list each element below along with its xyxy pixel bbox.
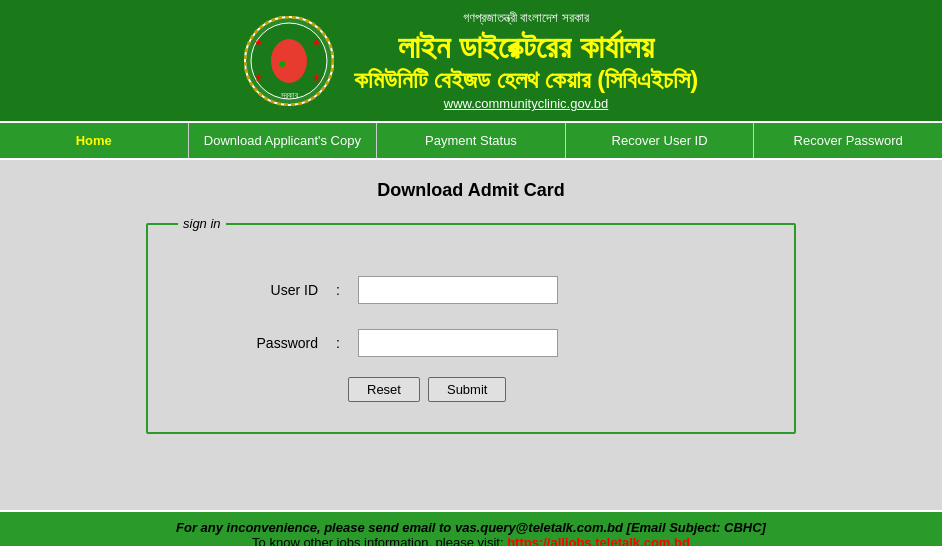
user-id-input[interactable] bbox=[358, 276, 558, 304]
footer-line1: For any inconvenience, please send email… bbox=[20, 520, 922, 535]
reset-button[interactable]: Reset bbox=[348, 377, 420, 402]
header-subtitle: গণপ্রজাতন্ত্রী বাংলাদেশ সরকার bbox=[354, 10, 699, 26]
svg-text:★: ★ bbox=[254, 72, 263, 83]
svg-text:★: ★ bbox=[312, 72, 321, 83]
password-colon: : bbox=[328, 335, 348, 351]
password-row: Password : bbox=[238, 329, 764, 357]
nav-recover-pass[interactable]: Recover Password bbox=[754, 123, 942, 158]
svg-text:সরকার: সরকার bbox=[280, 91, 298, 100]
signin-form: sign in User ID : Password : Reset Submi… bbox=[146, 216, 796, 434]
nav-download[interactable]: Download Applicant's Copy bbox=[189, 123, 378, 158]
header-title: লাইন ডাইরেক্টরের কার্যালয় bbox=[354, 28, 699, 66]
submit-button[interactable]: Submit bbox=[428, 377, 506, 402]
password-input[interactable] bbox=[358, 329, 558, 357]
form-buttons: Reset Submit bbox=[348, 377, 764, 402]
header-url: www.communityclinic.gov.bd bbox=[354, 96, 699, 111]
svg-text:★: ★ bbox=[312, 37, 321, 48]
signin-legend: sign in bbox=[178, 216, 226, 231]
nav-recover-user[interactable]: Recover User ID bbox=[566, 123, 755, 158]
footer: For any inconvenience, please send email… bbox=[0, 510, 942, 546]
header-text: গণপ্রজাতন্ত্রী বাংলাদেশ সরকার লাইন ডাইরে… bbox=[354, 10, 699, 111]
user-id-label: User ID bbox=[238, 282, 318, 298]
footer-line2-prefix: To know other jobs information, please v… bbox=[252, 535, 507, 546]
nav-payment[interactable]: Payment Status bbox=[377, 123, 566, 158]
footer-line2: To know other jobs information, please v… bbox=[20, 535, 922, 546]
header-title2: কমিউনিটি বেইজড হেলথ কেয়ার (সিবিএইচসি) bbox=[354, 66, 699, 94]
header: ★ ★ ★ ★ ● সরকার গণপ্রজাতন্ত্রী বাংলাদেশ … bbox=[0, 0, 942, 121]
svg-point-2 bbox=[271, 39, 307, 83]
main-content: Download Admit Card sign in User ID : Pa… bbox=[0, 160, 942, 510]
password-label: Password bbox=[238, 335, 318, 351]
svg-text:★: ★ bbox=[254, 37, 263, 48]
footer-link[interactable]: https://alljobs.teletalk.com.bd bbox=[507, 535, 690, 546]
user-id-row: User ID : bbox=[238, 276, 764, 304]
nav-home[interactable]: Home bbox=[0, 123, 189, 158]
navbar: Home Download Applicant's Copy Payment S… bbox=[0, 121, 942, 160]
logo-icon: ★ ★ ★ ★ ● সরকার bbox=[244, 16, 334, 106]
page-title: Download Admit Card bbox=[30, 180, 912, 201]
user-id-colon: : bbox=[328, 282, 348, 298]
svg-text:●: ● bbox=[278, 55, 286, 71]
